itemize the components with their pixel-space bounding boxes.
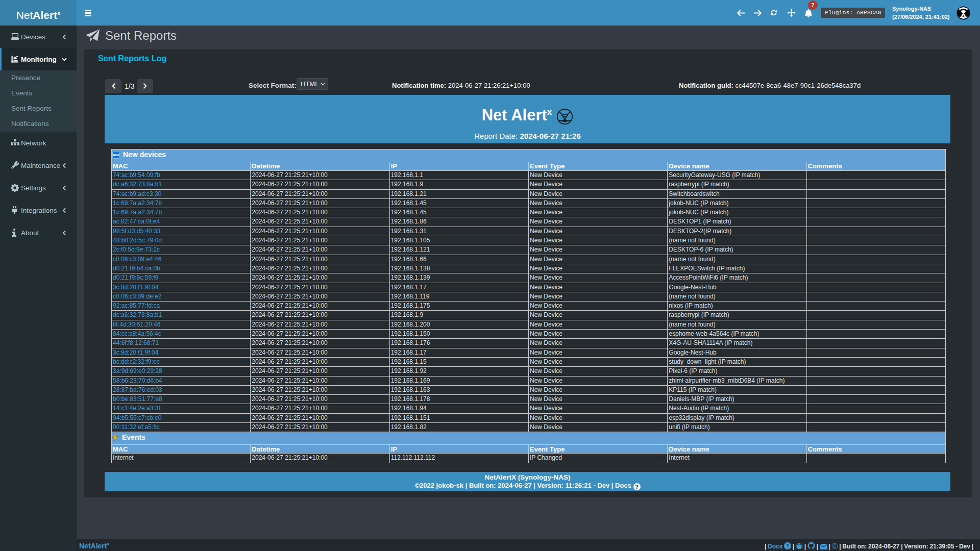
svg-text:NEW: NEW xyxy=(113,154,119,157)
svg-text:?: ? xyxy=(786,543,789,548)
